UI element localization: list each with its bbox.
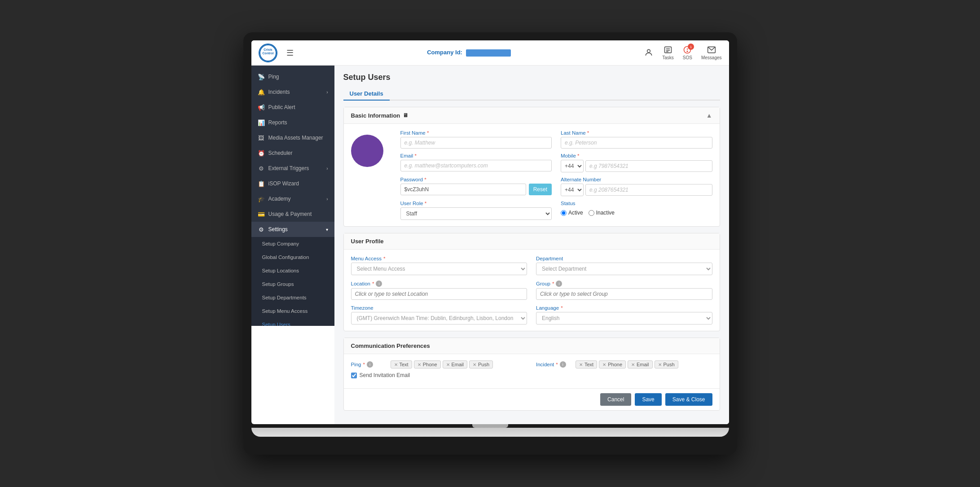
tab-bar: User Details [343,88,720,101]
department-label: Department [536,256,712,261]
incident-comm-label: Incident * i [536,361,572,368]
reset-password-button[interactable]: Reset [529,184,552,195]
send-invitation-label: Send Invitation Email [360,372,410,378]
sidebar-item-usage-payment[interactable]: 💳 Usage & Payment [251,206,334,222]
first-name-input[interactable] [400,137,552,149]
sidebar-subitem-setup-locations[interactable]: Setup Locations [251,264,334,277]
company-id-display: Company Id: [294,49,645,57]
menu-access-select[interactable]: Select Menu Access [351,263,527,275]
sidebar-item-public-alert[interactable]: 📢 Public Alert [251,100,334,115]
sidebar-item-external-triggers[interactable]: ⚙ External Triggers › [251,161,334,176]
sidebar-subitem-setup-users[interactable]: Setup Users [251,318,334,326]
last-name-input[interactable] [561,137,712,149]
group-info-icon[interactable]: i [556,281,562,287]
user-profile-icon[interactable] [644,48,653,58]
messages-icon[interactable]: Messages [701,45,722,60]
cancel-button[interactable]: Cancel [600,393,631,406]
tasks-icon[interactable]: Tasks [662,45,674,60]
main-layout: 📡 Ping 🔔 Incidents › 📢 Public Alert 📊 [251,66,729,424]
email-label: Email [400,153,552,158]
location-input[interactable] [351,288,527,300]
comm-prefs-body: Ping * i ✕ Text ✕ Phone ✕ Email ✕ Push [344,354,720,388]
settings-submenu: Setup Company Global Configuration Setup… [251,237,334,326]
basic-info-collapse[interactable]: ▲ [706,112,712,119]
sidebar-item-reports[interactable]: 📊 Reports [251,115,334,130]
status-inactive-label[interactable]: Inactive [589,210,615,216]
password-input[interactable] [400,184,526,195]
sidebar-item-academy[interactable]: 🎓 Academy › [251,191,334,206]
group-input[interactable] [536,288,712,300]
language-select[interactable]: English [536,312,712,325]
user-profile-card: User Profile Menu Access * Se [343,233,720,331]
save-button[interactable]: Save [635,393,661,406]
sidebar-subitem-setup-menu-access[interactable]: Setup Menu Access [251,304,334,318]
basic-info-form: First Name Last Name Email [400,130,712,220]
sidebar-item-ping[interactable]: 📡 Ping [251,69,334,84]
sos-label: SOS [683,55,692,60]
settings-arrow: ▾ [326,227,328,232]
content-area: Setup Users User Details Basic Informati… [334,66,729,424]
basic-info-card: Basic Information 🖥 ▲ First Name [343,107,720,227]
sidebar-item-scheduler[interactable]: ⏰ Scheduler [251,145,334,161]
ping-info-icon[interactable]: i [367,361,373,368]
sos-badge: 1 [688,44,694,50]
status-active-radio[interactable] [561,210,567,216]
svg-text:Control: Control [262,52,273,55]
send-invitation-row: Send Invitation Email [351,369,712,382]
location-info-icon[interactable]: i [376,281,382,287]
mobile-input[interactable] [585,160,712,172]
location-label: Location * i [351,281,527,287]
sos-icon[interactable]: 1 SOS [683,45,692,60]
tab-user-details[interactable]: User Details [343,88,390,101]
incident-tag-email: ✕ Email [628,360,653,369]
incident-comm-row: Incident * i ✕ Text ✕ Phone ✕ Email ✕ Pu… [536,360,712,369]
sidebar-item-media-assets[interactable]: 🖼 Media Assets Manager [251,130,334,145]
alternate-input-group: +44 [561,184,712,196]
incident-tag-text: ✕ Text [576,360,597,369]
group-label: Group * i [536,281,712,287]
logo: Crisis Control [259,44,277,62]
sidebar-subitem-global-config[interactable]: Global Configuration [251,250,334,264]
language-row: Language * English [536,305,712,325]
group-row: Group * i [536,281,712,300]
mobile-prefix-select[interactable]: +44 [561,160,584,172]
sidebar-item-incidents[interactable]: 🔔 Incidents › [251,84,334,100]
department-select[interactable]: Select Department [536,263,712,275]
incident-info-icon[interactable]: i [560,361,566,368]
email-input[interactable] [400,160,552,171]
hamburger-button[interactable]: ☰ [286,48,294,58]
sidebar-subitem-setup-groups[interactable]: Setup Groups [251,277,334,291]
logo-area: Crisis Control ☰ [259,44,294,62]
status-label: Status [561,201,712,206]
academy-arrow: › [326,197,328,202]
public-alert-icon: 📢 [258,104,265,111]
sidebar-item-isop-wizard[interactable]: 📋 iSOP Wizard [251,176,334,191]
alternate-number-row: Alternate Number +44 [561,177,712,196]
alternate-prefix-select[interactable]: +44 [561,184,584,196]
media-assets-icon: 🖼 [258,134,265,141]
top-right-icons: Tasks 1 SOS Messages [644,45,721,60]
status-inactive-radio[interactable] [589,210,594,216]
scheduler-icon: ⏰ [258,149,265,157]
user-role-select[interactable]: Staff [400,207,552,220]
email-row: Email [400,153,552,172]
sidebar-subitem-setup-company[interactable]: Setup Company [251,237,334,250]
alternate-number-label: Alternate Number [561,177,712,182]
sidebar-item-settings[interactable]: ⚙ Settings ▾ [251,222,334,237]
sidebar-nav: 📡 Ping 🔔 Incidents › 📢 Public Alert 📊 [251,69,334,326]
password-label: Password [400,177,552,182]
status-active-label[interactable]: Active [561,210,583,216]
alternate-input[interactable] [585,184,712,196]
save-close-button[interactable]: Save & Close [665,393,712,406]
incident-tag-phone: ✕ Phone [599,360,626,369]
sidebar-subitem-setup-departments[interactable]: Setup Departments [251,291,334,304]
timezone-select[interactable]: (GMT) Greenwich Mean Time: Dublin, Edinb… [351,312,527,325]
incidents-arrow: › [326,90,328,95]
send-invitation-checkbox[interactable] [351,373,357,378]
mobile-row: Mobile +44 [561,153,712,172]
external-triggers-arrow: › [326,166,328,171]
avatar-col [351,130,391,220]
status-row: Status Active Inactive [561,201,712,220]
company-id-value [466,49,511,57]
user-role-label: User Role [400,201,552,206]
